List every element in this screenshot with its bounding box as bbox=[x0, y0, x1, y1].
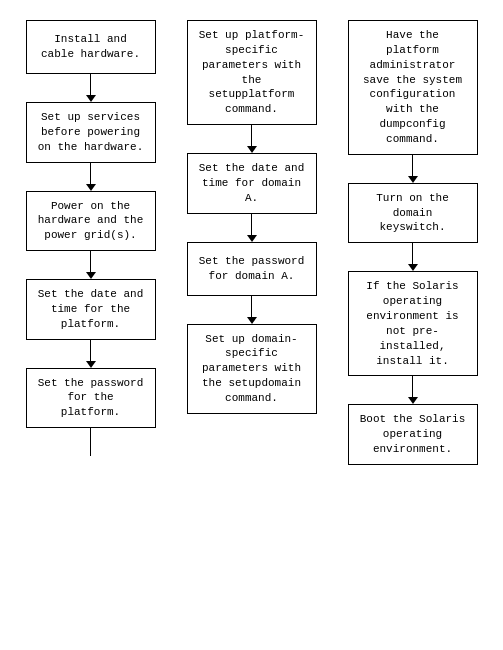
arrow-head bbox=[86, 272, 96, 279]
box-c3-4: Boot the Solaris operating environment. bbox=[348, 404, 478, 465]
arrow-c1-3 bbox=[86, 251, 96, 279]
box-c3-3: If the Solaris operating environment is … bbox=[348, 271, 478, 376]
arrow-c2-3 bbox=[247, 296, 257, 324]
arrow-c3-3 bbox=[408, 376, 418, 404]
arrow-line bbox=[251, 214, 253, 235]
arrow-c3-2 bbox=[408, 243, 418, 271]
arrow-line bbox=[412, 155, 414, 176]
arrow-head bbox=[86, 184, 96, 191]
arrow-c1-2 bbox=[86, 163, 96, 191]
box-c2-1: Set up platform-specific parameters with… bbox=[187, 20, 317, 125]
box-c2-4: Set up domain-specific parameters with t… bbox=[187, 324, 317, 414]
arrow-head bbox=[247, 317, 257, 324]
arrow-line bbox=[251, 296, 253, 317]
arrow-head bbox=[247, 235, 257, 242]
arrow-c1-4 bbox=[86, 340, 96, 368]
column-2: Set up platform-specific parameters with… bbox=[174, 20, 329, 465]
arrow-c2-1 bbox=[247, 125, 257, 153]
column-3: Have the platform administrator save the… bbox=[335, 20, 490, 465]
arrow-head bbox=[408, 176, 418, 183]
box-c1-1: Install and cable hardware. bbox=[26, 20, 156, 74]
arrow-head bbox=[247, 146, 257, 153]
arrow-line bbox=[90, 340, 92, 361]
box-c1-4: Set the date and time for the platform. bbox=[26, 279, 156, 340]
arrow-head bbox=[408, 264, 418, 271]
flowchart-diagram: Install and cable hardware. Set up servi… bbox=[0, 0, 503, 485]
tail-arrow-c1 bbox=[90, 428, 92, 456]
column-1: Install and cable hardware. Set up servi… bbox=[13, 20, 168, 465]
box-c2-2: Set the date and time for domain A. bbox=[187, 153, 317, 214]
arrow-line bbox=[412, 376, 414, 397]
box-c1-3: Power on the hardware and the power grid… bbox=[26, 191, 156, 252]
arrow-head bbox=[86, 95, 96, 102]
arrow-c3-1 bbox=[408, 155, 418, 183]
box-c3-2: Turn on the domain keyswitch. bbox=[348, 183, 478, 244]
box-c1-2: Set up services before powering on the h… bbox=[26, 102, 156, 163]
arrow-c2-2 bbox=[247, 214, 257, 242]
arrow-line bbox=[90, 163, 92, 184]
box-c2-3: Set the password for domain A. bbox=[187, 242, 317, 296]
arrow-c1-1 bbox=[86, 74, 96, 102]
arrow-line bbox=[412, 243, 414, 264]
arrow-head bbox=[86, 361, 96, 368]
arrow-line bbox=[251, 125, 253, 146]
box-c3-1: Have the platform administrator save the… bbox=[348, 20, 478, 155]
box-c1-5: Set the password for the platform. bbox=[26, 368, 156, 429]
arrow-head bbox=[408, 397, 418, 404]
tail-line bbox=[90, 428, 92, 456]
arrow-line bbox=[90, 251, 92, 272]
arrow-line bbox=[90, 74, 92, 95]
